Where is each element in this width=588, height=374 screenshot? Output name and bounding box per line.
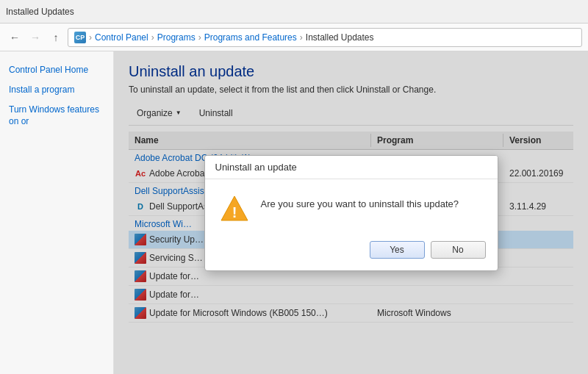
dialog-overlay: Uninstall an update ! Are you sure you w… <box>114 51 588 374</box>
svg-text:!: ! <box>232 204 237 220</box>
breadcrumb-programs[interactable]: Programs <box>157 32 196 43</box>
dialog-yes-button[interactable]: Yes <box>370 241 425 259</box>
dialog-no-button[interactable]: No <box>431 241 486 259</box>
warning-icon: ! <box>220 194 249 223</box>
content-area: Uninstall an update To uninstall an upda… <box>114 51 588 374</box>
main-container: Control Panel Home Install a program Tur… <box>0 51 588 374</box>
dialog-title: Uninstall an update <box>205 156 498 179</box>
back-button[interactable]: ← <box>6 29 24 46</box>
sidebar-item-win-features[interactable]: Turn Windows features on or <box>0 100 113 132</box>
dialog-buttons: Yes No <box>205 235 498 270</box>
title-bar-text: Installed Updates <box>6 7 74 17</box>
sidebar-item-install[interactable]: Install a program <box>0 80 113 100</box>
breadcrumb-programs-features[interactable]: Programs and Features <box>204 32 297 43</box>
dialog-message: Are you sure you want to uninstall this … <box>261 194 459 212</box>
breadcrumb: CP › Control Panel › Programs › Programs… <box>68 28 582 47</box>
dialog-body: ! Are you sure you want to uninstall thi… <box>205 179 498 235</box>
address-bar: ← → ↑ CP › Control Panel › Programs › Pr… <box>0 24 588 51</box>
title-bar: Installed Updates <box>0 0 588 24</box>
sidebar-item-cp-home[interactable]: Control Panel Home <box>0 60 113 80</box>
breadcrumb-current: Installed Updates <box>306 32 374 43</box>
cp-icon: CP <box>74 32 86 43</box>
forward-button[interactable]: → <box>26 29 44 46</box>
warning-triangle-svg: ! <box>220 194 249 223</box>
breadcrumb-control-panel[interactable]: Control Panel <box>95 32 148 43</box>
dialog: Uninstall an update ! Are you sure you w… <box>204 155 498 271</box>
up-button[interactable]: ↑ <box>47 29 65 46</box>
sidebar: Control Panel Home Install a program Tur… <box>0 51 114 374</box>
